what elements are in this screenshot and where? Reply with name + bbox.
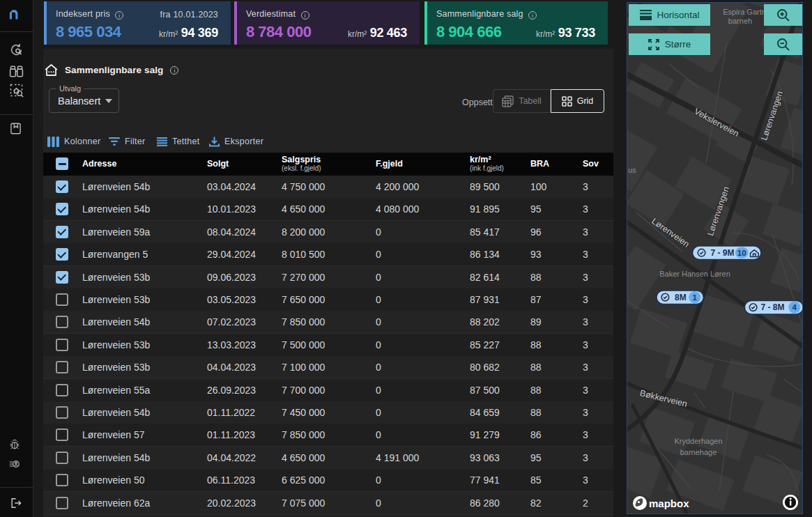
svg-text:mapbox: mapbox — [649, 497, 689, 509]
svg-text:us: us — [628, 166, 636, 174]
svg-text:7 - 9M: 7 - 9M — [711, 248, 735, 258]
svg-text:Espira Gartn: Espira Gartn — [723, 8, 766, 16]
svg-text:barnehage: barnehage — [680, 448, 717, 456]
svg-text:7 - 8M: 7 - 8M — [761, 302, 785, 312]
svg-text:4: 4 — [792, 303, 797, 311]
svg-text:10: 10 — [737, 249, 746, 257]
svg-text:barneh: barneh — [728, 17, 752, 25]
svg-text:8M: 8M — [675, 293, 687, 302]
svg-text:Baker Hansen Løren: Baker Hansen Løren — [659, 270, 730, 278]
svg-text:Krydderhagen: Krydderhagen — [674, 437, 722, 445]
svg-text:1: 1 — [693, 293, 698, 302]
